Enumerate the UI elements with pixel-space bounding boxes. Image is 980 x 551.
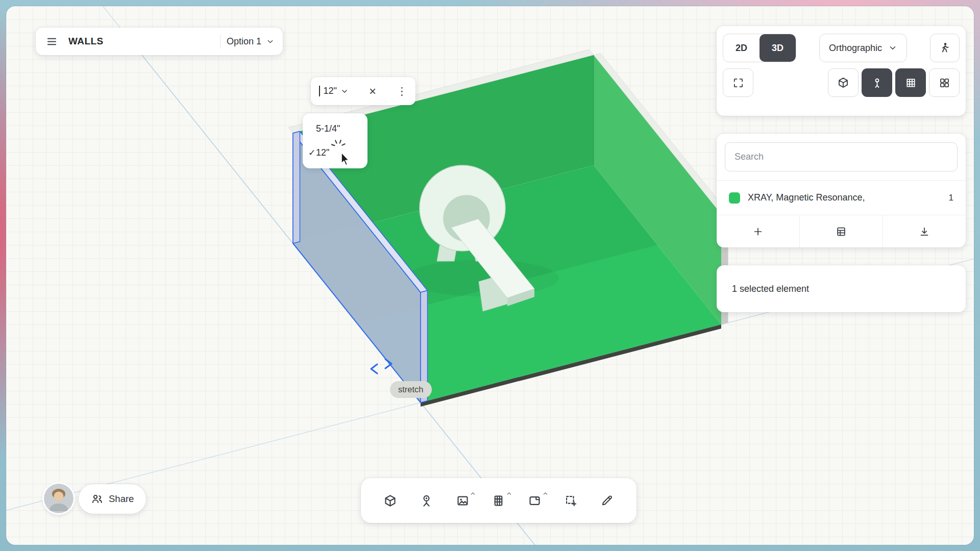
check-icon: ✓ [303,147,316,158]
selection-status-card: 1 selected element [717,265,966,312]
render-mode-group [828,68,960,97]
app-window: stretch WALLS Option 1 2D 3D Orthographi… [6,6,974,545]
stretch-arrows[interactable] [371,359,391,373]
chevron-up-icon [470,490,476,497]
layout-view-button[interactable] [929,68,960,97]
divider [220,34,220,48]
insert-toolbar [361,478,636,523]
project-toolbar: WALLS Option 1 [36,28,283,55]
equipment-tool-button[interactable] [414,489,438,512]
menu-item-width-option[interactable]: 5-1/4" [303,117,368,141]
surface-tool-button[interactable] [523,489,547,512]
chevron-down-icon [266,37,275,46]
cube-icon [383,494,397,508]
people-icon [91,493,103,505]
chevron-down-icon [340,87,349,95]
fullscreen-button[interactable] [723,68,753,97]
stretch-tooltip: stretch [390,381,432,398]
option-dropdown[interactable]: Option 1 [227,36,275,47]
tiles-icon [939,77,950,89]
shaded-view-button[interactable] [828,68,859,97]
option-label: Option 1 [227,36,261,47]
pin-stand-icon [871,77,883,89]
marquee-plus-icon [564,494,578,508]
wall-width-value: 12" [324,86,337,96]
sheet-icon [528,494,542,508]
first-person-button[interactable] [862,68,892,97]
fullscreen-icon [732,77,744,89]
draw-tool-button[interactable] [595,489,619,512]
scanner-icon [420,494,433,508]
schedule-button[interactable] [799,215,883,247]
elements-panel: XRAY, Magnetic Resonance, 1 [717,134,966,247]
volume-tool-button[interactable] [378,489,402,512]
view-controls: 2D 3D Orthographic [717,26,966,116]
avatar-image [44,484,74,513]
wall-edit-toolbar: 12" × ⋮ [311,77,415,105]
grid-view-button[interactable] [895,68,926,97]
element-label: XRAY, Magnetic Resonance, [748,192,865,203]
cube-icon [837,77,849,89]
dimension-toggle: 2D 3D [723,34,796,62]
building-tool-button[interactable] [487,489,510,512]
image-tool-button[interactable] [451,489,474,512]
building-icon [492,494,505,508]
menu-item-width-option[interactable]: ✓ 12" [303,141,368,165]
grid-icon [905,77,917,89]
projection-dropdown[interactable]: Orthographic [819,34,907,62]
menu-item-label: 12" [316,147,329,158]
toggle-3d-button[interactable]: 3D [760,34,796,62]
kebab-menu-button[interactable]: ⋮ [397,85,407,97]
hamburger-icon [46,36,58,47]
pen-icon [600,494,614,507]
selection-status: 1 selected element [732,284,809,294]
image-icon [456,494,470,508]
page-title: WALLS [68,36,104,47]
color-swatch [729,192,740,204]
wall-width-menu: 5-1/4" ✓ 12" [303,113,368,168]
element-count: 1 [949,193,953,203]
share-label: Share [109,493,134,505]
menu-item-label: 5-1/4" [316,123,340,134]
marquee-add-button[interactable] [559,489,583,512]
spreadsheet-icon [836,226,847,237]
download-button[interactable] [883,215,966,247]
panel-actions [717,215,966,247]
walking-person-icon [939,42,951,54]
menu-button[interactable] [41,31,62,52]
search-input[interactable] [725,142,958,171]
chevron-up-icon [506,490,512,497]
text-caret [319,86,320,96]
share-button[interactable]: Share [79,484,146,514]
projection-label: Orthographic [829,43,882,54]
download-icon [919,226,930,237]
wall-width-dropdown[interactable]: 12" [319,86,349,96]
element-list-item[interactable]: XRAY, Magnetic Resonance, 1 [717,180,966,215]
add-element-button[interactable] [717,215,799,247]
close-button[interactable]: × [369,85,376,97]
chevron-down-icon [888,43,897,53]
toggle-2d-button[interactable]: 2D [723,34,760,62]
walkthrough-button[interactable] [930,34,960,62]
chevron-up-icon [542,490,549,497]
user-avatar[interactable] [44,484,74,513]
plus-icon [752,226,764,237]
